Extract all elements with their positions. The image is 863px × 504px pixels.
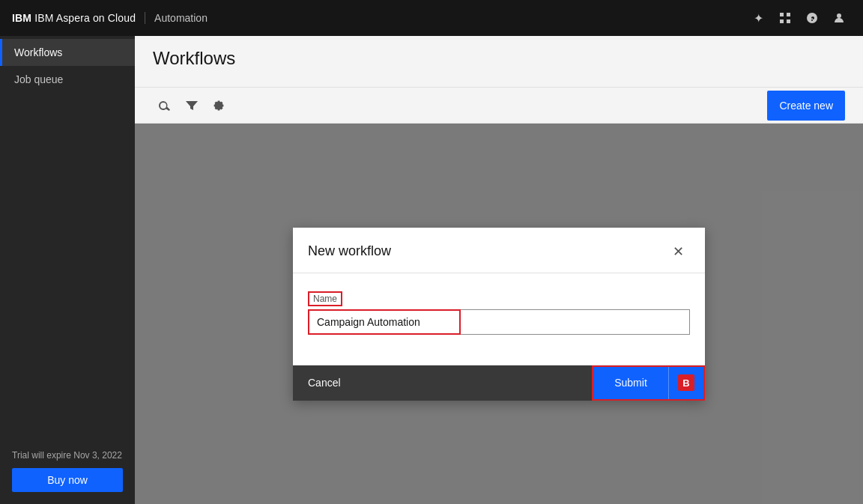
topbar-divider (145, 12, 145, 24)
filter-icon[interactable] (180, 94, 204, 118)
search-icon[interactable] (153, 94, 177, 118)
svg-rect-1 (787, 13, 790, 16)
sidebar: Workflows Job queue Trial will expire No… (0, 36, 135, 504)
toolbar-left (153, 94, 767, 118)
name-input-extra (461, 309, 690, 335)
modal-close-button[interactable]: ✕ (666, 240, 690, 264)
settings-icon[interactable] (207, 94, 231, 118)
modal-overlay: New workflow ✕ Name (135, 124, 863, 504)
content-header: Workflows (135, 36, 863, 88)
svg-rect-0 (780, 13, 784, 16)
content-area: Workflows (135, 36, 863, 504)
toolbar: Create new (135, 88, 863, 124)
name-form-group: Name (308, 291, 690, 335)
sidebar-footer: Trial will expire Nov 3, 2022 Buy now (0, 437, 135, 504)
trial-expiry-text: Trial will expire Nov 3, 2022 (12, 449, 123, 462)
page-title: Workflows (153, 48, 845, 69)
name-input-extra-field[interactable] (461, 310, 689, 334)
svg-rect-2 (780, 19, 784, 23)
submit-button[interactable]: Submit (593, 367, 668, 399)
user-icon[interactable] (827, 6, 851, 30)
submit-badge: B (668, 367, 703, 399)
svg-point-4 (837, 13, 841, 18)
modal-title: New workflow (308, 243, 391, 259)
help-icon[interactable] (800, 6, 824, 30)
svg-rect-3 (787, 19, 790, 23)
sidebar-item-workflows[interactable]: Workflows (0, 39, 135, 66)
name-input[interactable] (309, 311, 459, 333)
toolbar-right: Create new (767, 91, 845, 121)
close-icon: ✕ (673, 243, 684, 260)
sidebar-item-job-queue[interactable]: Job queue (0, 66, 135, 93)
apps-icon[interactable] (773, 6, 797, 30)
create-new-button[interactable]: Create new (767, 91, 845, 121)
sidebar-nav: Workflows Job queue (0, 36, 135, 93)
new-workflow-modal: New workflow ✕ Name (293, 228, 705, 401)
submit-area: Submit B (592, 365, 705, 401)
topbar-right: ✦ (746, 6, 851, 30)
modal-body: Name (293, 273, 705, 365)
modal-footer: Cancel Submit B (293, 365, 705, 401)
topbar-left: IBM IBM Aspera on Cloud Automation (12, 12, 208, 24)
modal-header: New workflow ✕ (293, 228, 705, 273)
topbar: IBM IBM Aspera on Cloud Automation ✦ (0, 0, 863, 36)
name-input-wrapper (308, 309, 461, 335)
sparkle-icon[interactable]: ✦ (746, 6, 770, 30)
name-label: Name (308, 291, 342, 306)
cancel-button[interactable]: Cancel (293, 365, 592, 401)
topbar-section: Automation (154, 12, 208, 24)
topbar-brand: IBM IBM Aspera on Cloud (12, 12, 136, 24)
main-layout: Workflows Job queue Trial will expire No… (0, 36, 863, 504)
badge-b-label: B (678, 374, 694, 391)
content-body: ? New workflow ✕ (135, 124, 863, 504)
buy-now-button[interactable]: Buy now (12, 468, 123, 492)
